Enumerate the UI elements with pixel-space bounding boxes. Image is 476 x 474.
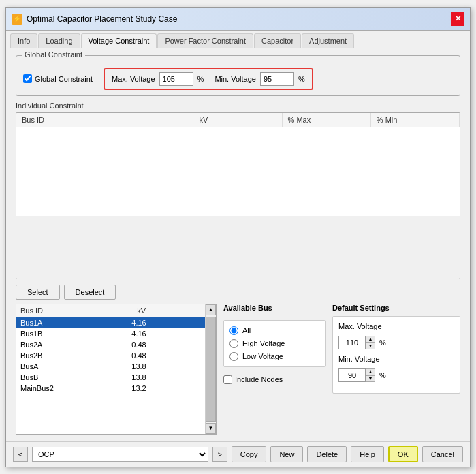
available-bus-options: All High Voltage Low Voltage <box>223 320 326 367</box>
new-button[interactable]: New <box>270 446 303 462</box>
global-constraint-checkbox[interactable] <box>23 74 32 83</box>
max-voltage-field: Max. Voltage % <box>112 72 204 86</box>
min-voltage-field: Min. Voltage % <box>215 72 304 86</box>
tab-loading[interactable]: Loading <box>38 33 80 48</box>
default-min-voltage-input[interactable] <box>338 368 366 382</box>
help-button[interactable]: Help <box>351 446 384 462</box>
middle-panel: Available Bus All High Voltage Low Volta… <box>223 285 326 434</box>
case-select[interactable]: OCP <box>32 447 208 462</box>
bottom-bar: < OCP > Copy New Delete Help OK Cancel <box>6 441 470 467</box>
voltage-highlight-box: Max. Voltage % Min. Voltage % <box>104 68 313 90</box>
bus-list-row[interactable]: Bus1A4.16 <box>16 317 205 328</box>
global-constraint-title: Global Constraint <box>22 50 85 59</box>
bus-list-header: Bus ID kV <box>16 304 205 317</box>
tab-adjustment[interactable]: Adjustment <box>302 33 354 48</box>
close-button[interactable]: ✕ <box>451 12 464 26</box>
title-bar-left: ⚡ Optimal Capacitor Placement Study Case <box>12 14 177 25</box>
max-voltage-down[interactable]: ▼ <box>366 343 375 349</box>
max-voltage-input[interactable] <box>159 72 193 86</box>
col-pct-min: % Min <box>371 113 460 127</box>
ok-button[interactable]: OK <box>388 446 418 462</box>
min-spinner-btns: ▲ ▼ <box>366 368 375 382</box>
tab-capacitor[interactable]: Capacitor <box>254 33 301 48</box>
default-max-voltage-input[interactable] <box>338 336 366 349</box>
copy-button[interactable]: Copy <box>232 446 267 462</box>
radio-high-voltage[interactable]: High Voltage <box>229 339 319 348</box>
default-max-voltage-input-row: ▲ ▼ % <box>338 336 454 349</box>
delete-button[interactable]: Delete <box>307 446 347 462</box>
tab-info[interactable]: Info <box>10 33 37 48</box>
table-body <box>16 127 460 216</box>
bottom-action-buttons: Copy New Delete Help OK Cancel <box>232 446 463 462</box>
bus-list-container: Bus ID kV Bus1A4.16Bus1B4.16Bus2A0.48Bus… <box>16 304 217 434</box>
global-constraint-row: Global Constraint Max. Voltage % Min. Vo… <box>23 68 453 90</box>
right-panel: Default Settings Max. Voltage ▲ ▼ <box>332 285 460 434</box>
global-constraint-group: Global Constraint Global Constraint Max.… <box>16 55 460 96</box>
main-content: Global Constraint Global Constraint Max.… <box>6 48 470 441</box>
bus-list-scrollbar[interactable]: ▲ ▼ <box>205 304 216 434</box>
bus-list-row[interactable]: MainBus213.2 <box>16 383 205 394</box>
include-nodes-checkbox-label[interactable]: Include Nodes <box>223 375 326 384</box>
bus-list-row[interactable]: Bus1B4.16 <box>16 328 205 339</box>
bus-list-row[interactable]: Bus2A0.48 <box>16 339 205 350</box>
min-voltage-input[interactable] <box>260 72 294 86</box>
col-bus-id: Bus ID <box>16 113 193 127</box>
table-header: Bus ID kV % Max % Min <box>16 113 460 127</box>
radio-all[interactable]: All <box>229 326 319 335</box>
col-kv: kV <box>193 113 282 127</box>
include-nodes-checkbox[interactable] <box>223 375 232 384</box>
default-settings-title: Default Settings <box>332 304 460 312</box>
tab-voltage-constraint[interactable]: Voltage Constraint <box>81 33 157 48</box>
bus-list-row[interactable]: Bus2B0.48 <box>16 350 205 361</box>
min-voltage-up[interactable]: ▲ <box>366 368 375 375</box>
max-spinner-btns: ▲ ▼ <box>366 336 375 349</box>
default-min-voltage-input-row: ▲ ▼ % <box>338 368 454 382</box>
main-window: ⚡ Optimal Capacitor Placement Study Case… <box>5 7 471 467</box>
tab-power-factor[interactable]: Power Factor Constraint <box>157 33 253 48</box>
nav-prev-button[interactable]: < <box>13 447 28 462</box>
bus-list-col-id: Bus ID <box>16 304 133 317</box>
max-voltage-up[interactable]: ▲ <box>366 336 375 343</box>
bottom-section: Select Deselect Bus ID kV Bus1A4.16Bus1B… <box>16 285 460 434</box>
scroll-thumb[interactable] <box>206 317 216 422</box>
left-panel: Select Deselect Bus ID kV Bus1A4.16Bus1B… <box>16 285 217 434</box>
global-constraint-checkbox-label[interactable]: Global Constraint <box>23 74 93 83</box>
default-settings-box: Max. Voltage ▲ ▼ % Min. Volta <box>332 316 460 394</box>
cancel-button[interactable]: Cancel <box>422 446 463 462</box>
select-buttons-row: Select Deselect <box>16 285 217 300</box>
app-icon: ⚡ <box>12 14 22 25</box>
window-title: Optimal Capacitor Placement Study Case <box>27 14 177 24</box>
individual-constraint-section: Individual Constraint Bus ID kV % Max % … <box>16 101 460 279</box>
default-min-voltage-row: Min. Voltage <box>338 355 454 363</box>
scroll-down[interactable]: ▼ <box>206 423 216 434</box>
min-voltage-down[interactable]: ▼ <box>366 375 375 382</box>
individual-constraint-table: Bus ID kV % Max % Min <box>16 112 460 279</box>
col-pct-max: % Max <box>283 113 371 127</box>
radio-low-voltage[interactable]: Low Voltage <box>229 352 319 361</box>
bus-list-body[interactable]: Bus1A4.16Bus1B4.16Bus2A0.48Bus2B0.48BusA… <box>16 317 205 434</box>
available-bus-title: Available Bus <box>223 304 326 312</box>
default-min-voltage-spinner[interactable]: ▲ ▼ <box>338 368 375 382</box>
nav-next-button[interactable]: > <box>212 447 227 462</box>
bus-list-col-kv: kV <box>133 304 191 317</box>
title-bar: ⚡ Optimal Capacitor Placement Study Case… <box>6 8 470 31</box>
tabs-bar: Info Loading Voltage Constraint Power Fa… <box>6 31 470 48</box>
deselect-button[interactable]: Deselect <box>64 285 116 300</box>
bus-list-row[interactable]: BusB13.8 <box>16 372 205 383</box>
individual-constraint-label: Individual Constraint <box>16 101 460 110</box>
select-button[interactable]: Select <box>16 285 60 300</box>
scroll-up[interactable]: ▲ <box>206 304 216 315</box>
default-max-voltage-row: Max. Voltage <box>338 322 454 330</box>
default-max-voltage-spinner[interactable]: ▲ ▼ <box>338 336 375 349</box>
bus-list-row[interactable]: BusA13.8 <box>16 361 205 372</box>
